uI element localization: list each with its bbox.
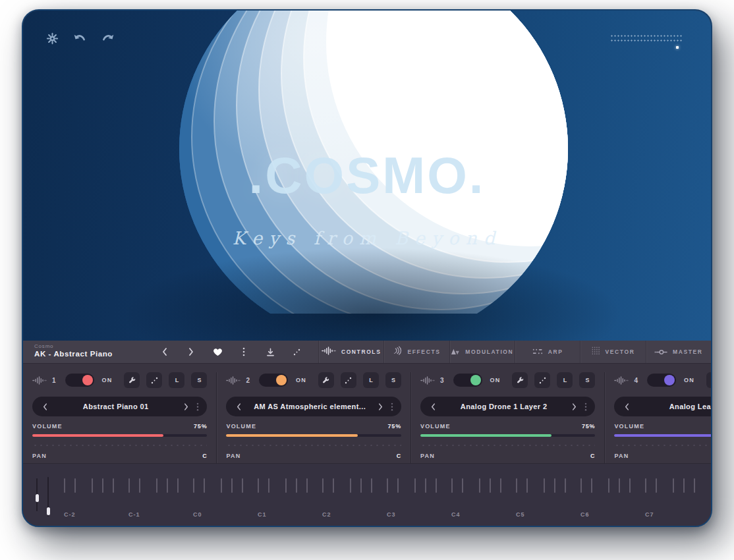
volume-slider[interactable] xyxy=(420,434,595,437)
tab-modulation[interactable]: MODULATION xyxy=(449,341,515,363)
volume-fill xyxy=(226,434,357,437)
channel-random-button[interactable] xyxy=(146,372,162,388)
channel-edit-button[interactable] xyxy=(706,372,712,388)
volume-slider[interactable] xyxy=(32,434,207,437)
preset-name: Analog Lead 10 xyxy=(632,403,712,410)
channel-strip: 3 ON L S Analog Drone 1 Layer 2 VOLUME 7… xyxy=(410,372,604,463)
channel-random-button[interactable] xyxy=(341,372,356,388)
volume-fill xyxy=(420,434,551,437)
channel-edit-button[interactable] xyxy=(512,372,528,388)
tab-arp[interactable]: ARP xyxy=(515,341,580,363)
tab-effects[interactable]: EFFECTS xyxy=(383,341,449,363)
channel-on-toggle[interactable] xyxy=(65,374,94,387)
octave-label: C4 xyxy=(451,511,461,518)
pan-label: PAN xyxy=(614,453,629,459)
favorite-heart-icon[interactable] xyxy=(212,346,223,358)
range-fader-low[interactable] xyxy=(36,478,38,511)
volume-value: 75% xyxy=(194,423,207,430)
sphere-shadow xyxy=(102,242,642,341)
waveform-icon xyxy=(32,376,47,385)
randomize-dots-icon[interactable] xyxy=(291,346,302,358)
channel-lock-button[interactable]: L xyxy=(557,372,573,388)
tab-label: MODULATION xyxy=(465,349,513,355)
preset-selector: Abstract Piano 01 xyxy=(32,397,207,416)
brand-soundwave-logo-icon xyxy=(352,26,389,51)
octave-group: C-2 xyxy=(64,474,128,519)
channel-on-toggle[interactable] xyxy=(259,374,288,387)
channel-random-button[interactable] xyxy=(534,372,550,388)
tab-vector[interactable]: VECTOR xyxy=(580,341,645,363)
channel-edit-button[interactable] xyxy=(124,372,140,388)
octave-label: C2 xyxy=(322,511,331,518)
channel-lock-button[interactable]: L xyxy=(169,372,184,388)
octave-ruler[interactable]: C-2 C-1 C0 C1 C2 C3 C4 C5 C6 C7 xyxy=(64,474,708,519)
preset-next-button[interactable] xyxy=(181,401,191,413)
tab-label: ARP xyxy=(548,349,563,355)
waveform-icon xyxy=(420,376,435,385)
fader-handle[interactable] xyxy=(36,494,39,502)
range-fader-high[interactable] xyxy=(47,477,49,517)
octave-group: C6 xyxy=(580,474,645,519)
octave-label: C3 xyxy=(387,511,396,518)
preset-menu-button[interactable] xyxy=(579,400,588,414)
preset-selector: Analog Lead 10 xyxy=(614,397,712,416)
octave-label: C0 xyxy=(193,511,202,518)
settings-gear-icon[interactable] xyxy=(44,30,60,46)
octave-label: C5 xyxy=(516,511,525,518)
channel-solo-button[interactable]: S xyxy=(191,372,207,388)
preset-prev-button[interactable] xyxy=(40,401,50,413)
dotted-separator xyxy=(32,445,207,446)
fader-handle[interactable] xyxy=(47,507,50,515)
pan-label: PAN xyxy=(32,453,47,459)
volume-value: 75% xyxy=(582,423,595,430)
header-icon-buttons xyxy=(155,341,318,363)
waveform-icon xyxy=(226,376,240,385)
tab-controls[interactable]: CONTROLS xyxy=(318,341,383,363)
dots-pattern xyxy=(610,34,683,42)
tab-master[interactable]: MASTER xyxy=(646,341,711,363)
channel-strip: 1 ON L S Abstract Piano 01 VOLUME 75% PA… xyxy=(23,372,216,463)
volume-label: VOLUME xyxy=(226,423,256,430)
preset-menu-button[interactable] xyxy=(191,400,200,414)
channel-on-toggle[interactable] xyxy=(647,374,676,387)
octave-label: C7 xyxy=(645,511,654,518)
prev-preset-icon[interactable] xyxy=(159,346,171,358)
current-preset-name: AK - Abstract Piano xyxy=(34,350,155,358)
dots-dashes-icon xyxy=(532,346,543,358)
tab-label: EFFECTS xyxy=(408,349,441,355)
channel-solo-button[interactable]: S xyxy=(385,372,401,388)
octave-group: C4 xyxy=(451,474,516,519)
undo-icon[interactable] xyxy=(72,30,88,46)
channel-lock-button[interactable]: L xyxy=(363,372,379,388)
dotted-separator xyxy=(420,445,595,446)
volume-value: 75% xyxy=(388,423,401,430)
octave-group: C-1 xyxy=(128,474,193,519)
pan-label: PAN xyxy=(420,453,435,459)
channel-solo-button[interactable]: S xyxy=(579,372,595,388)
channel-strip: 4 ON L S Analog Lead 10 VOLUME 75% PAN C xyxy=(604,372,712,463)
preset-prev-button[interactable] xyxy=(234,401,244,413)
preset-selector: AM AS Atmospheric element... xyxy=(226,397,401,416)
preset-next-button[interactable] xyxy=(569,401,579,413)
channel-state-label: ON xyxy=(296,377,306,383)
preset-name: AM AS Atmospheric element... xyxy=(244,403,375,410)
preset-prev-button[interactable] xyxy=(428,401,438,413)
volume-slider[interactable] xyxy=(614,434,712,437)
octave-group: C3 xyxy=(387,474,451,519)
next-preset-icon[interactable] xyxy=(185,346,197,358)
volume-slider[interactable] xyxy=(226,434,401,437)
volume-fill xyxy=(32,434,163,437)
download-icon[interactable] xyxy=(264,346,276,358)
preset-prev-button[interactable] xyxy=(622,401,632,413)
redo-icon[interactable] xyxy=(99,30,115,46)
pan-label: PAN xyxy=(226,453,240,459)
preset-name: Analog Drone 1 Layer 2 xyxy=(438,403,569,410)
tab-label: MASTER xyxy=(673,349,703,355)
toggle-knob xyxy=(664,375,675,385)
preset-next-button[interactable] xyxy=(376,401,385,413)
channel-on-toggle[interactable] xyxy=(453,374,482,387)
preset-menu-button[interactable] xyxy=(385,400,395,414)
channel-edit-button[interactable] xyxy=(318,372,334,388)
kebab-menu-icon[interactable] xyxy=(238,346,250,358)
channel-state-label: ON xyxy=(684,377,694,383)
